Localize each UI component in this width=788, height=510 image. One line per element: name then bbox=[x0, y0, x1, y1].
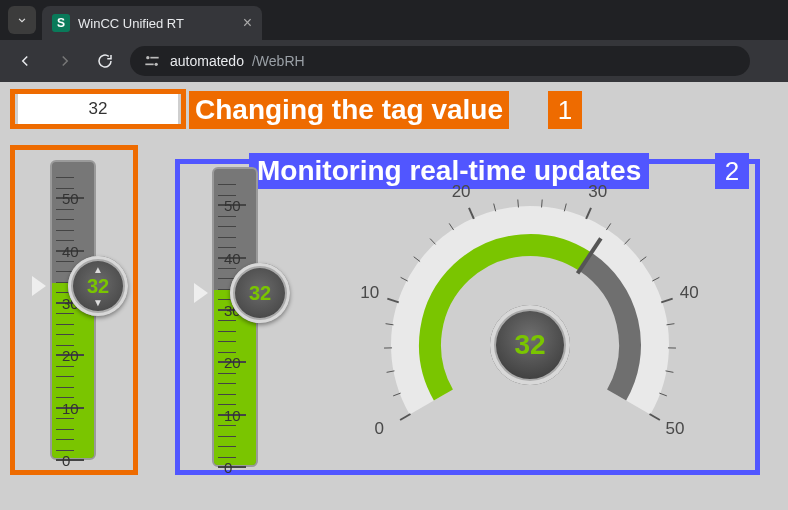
tick-label: 10 bbox=[224, 406, 241, 423]
tick-label: 40 bbox=[62, 242, 79, 259]
address-bar[interactable]: automatedo/WebRH bbox=[130, 46, 750, 76]
svg-line-13 bbox=[449, 223, 453, 230]
tick-label: 0 bbox=[62, 452, 70, 469]
svg-line-28 bbox=[659, 393, 666, 396]
svg-line-21 bbox=[624, 239, 629, 245]
svg-rect-3 bbox=[145, 64, 153, 66]
tab-favicon: S bbox=[52, 14, 70, 32]
svg-line-29 bbox=[650, 414, 660, 420]
svg-line-16 bbox=[518, 200, 519, 208]
tab-title: WinCC Unified RT bbox=[78, 16, 184, 31]
annotation-label-1: Changing the tag value bbox=[189, 91, 509, 129]
gauge-value: 32 bbox=[514, 329, 545, 361]
gauge-tick-label: 10 bbox=[360, 283, 379, 303]
tab-close-icon[interactable]: × bbox=[243, 15, 252, 31]
window-menu-button[interactable] bbox=[8, 6, 36, 34]
svg-line-25 bbox=[667, 324, 675, 325]
chevron-down-icon: ▼ bbox=[93, 298, 103, 308]
svg-line-11 bbox=[414, 257, 420, 262]
circular-gauge: 32 01020304050 bbox=[330, 190, 730, 480]
gauge-tick-label: 50 bbox=[665, 419, 684, 439]
svg-line-14 bbox=[469, 208, 474, 219]
site-settings-icon[interactable] bbox=[142, 51, 162, 71]
svg-rect-1 bbox=[150, 57, 158, 59]
svg-line-19 bbox=[586, 208, 591, 219]
slider-knob: 32 bbox=[230, 263, 290, 323]
url-host: automatedo bbox=[170, 53, 244, 69]
svg-line-27 bbox=[666, 371, 674, 372]
svg-line-20 bbox=[606, 223, 610, 230]
tag-value-input[interactable] bbox=[18, 94, 178, 124]
gauge-tick-label: 30 bbox=[588, 182, 607, 202]
svg-line-6 bbox=[387, 371, 395, 372]
svg-point-0 bbox=[146, 56, 149, 59]
svg-line-12 bbox=[430, 239, 435, 245]
browser-toolbar: automatedo/WebRH bbox=[0, 40, 788, 82]
tick-label: 20 bbox=[224, 354, 241, 371]
svg-line-9 bbox=[387, 299, 398, 303]
gauge-tick-label: 20 bbox=[452, 182, 471, 202]
hmi-screen: Changing the tag value 1 Monitoring real… bbox=[0, 82, 788, 510]
slider-knob-value: 32 bbox=[249, 282, 271, 305]
forward-button[interactable] bbox=[50, 46, 80, 76]
slider-knob-value: 32 bbox=[87, 275, 109, 298]
svg-line-17 bbox=[542, 200, 543, 208]
annotation-badge-1: 1 bbox=[548, 91, 582, 129]
svg-point-2 bbox=[155, 63, 158, 66]
tick-label: 10 bbox=[62, 399, 79, 416]
svg-line-10 bbox=[401, 277, 408, 281]
svg-line-18 bbox=[564, 204, 566, 212]
tick-label: 40 bbox=[224, 249, 241, 266]
svg-line-5 bbox=[393, 393, 400, 396]
slider-knob[interactable]: ▲ 32 ▼ bbox=[68, 256, 128, 316]
back-button[interactable] bbox=[10, 46, 40, 76]
tick-label: 20 bbox=[62, 347, 79, 364]
browser-tab[interactable]: S WinCC Unified RT × bbox=[42, 6, 262, 40]
browser-tab-bar: S WinCC Unified RT × bbox=[0, 0, 788, 40]
url-path: /WebRH bbox=[252, 53, 305, 69]
svg-line-24 bbox=[661, 299, 672, 303]
chevron-up-icon: ▲ bbox=[93, 265, 103, 275]
slider-pointer-icon bbox=[194, 283, 208, 303]
slider-pointer-icon bbox=[32, 276, 46, 296]
svg-line-22 bbox=[640, 257, 646, 262]
gauge-tick-label: 40 bbox=[680, 283, 699, 303]
tick-label: 50 bbox=[62, 190, 79, 207]
gauge-tick-label: 0 bbox=[375, 419, 384, 439]
svg-line-8 bbox=[386, 324, 394, 325]
tick-label: 50 bbox=[224, 197, 241, 214]
svg-line-23 bbox=[652, 277, 659, 281]
svg-line-4 bbox=[400, 414, 410, 420]
annotation-badge-2: 2 bbox=[715, 153, 749, 189]
svg-line-15 bbox=[494, 204, 496, 212]
reload-button[interactable] bbox=[90, 46, 120, 76]
gauge-center-knob: 32 bbox=[490, 305, 570, 385]
tick-label: 0 bbox=[224, 459, 232, 476]
